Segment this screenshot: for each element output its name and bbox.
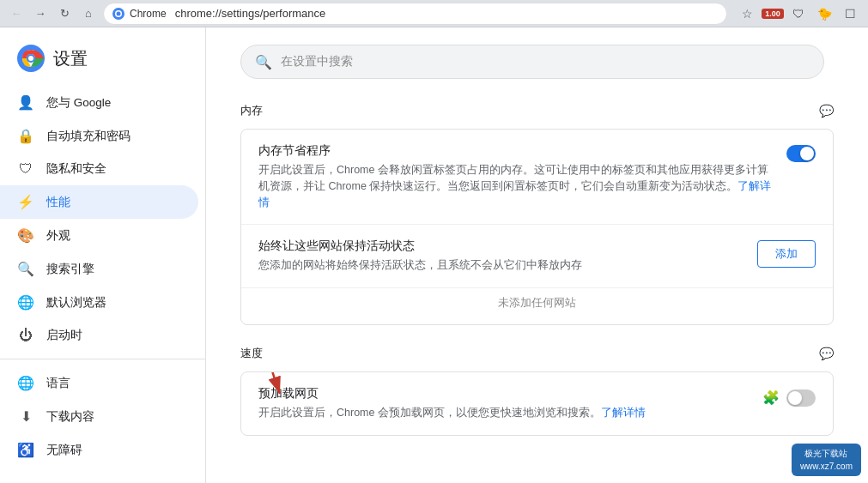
search-placeholder: 在设置中搜索: [281, 54, 353, 69]
back-button[interactable]: ←: [7, 4, 26, 23]
ext-badge: 1.00: [762, 9, 784, 19]
sidebar-item-performance[interactable]: ⚡ 性能: [0, 185, 198, 219]
preload-title: 预加载网页: [258, 386, 749, 401]
always-active-row: 始终让这些网站保持活动状态 您添加的网站将始终保持活跃状态，且系统不会从它们中释…: [241, 225, 833, 288]
always-active-title: 始终让这些网站保持活动状态: [258, 238, 744, 254]
browser-chrome: ← → ↻ ⌂ Chrome chrome://settings/perform…: [0, 0, 868, 27]
speed-info-icon[interactable]: 💬: [819, 347, 834, 360]
sidebar-label-privacy: 隐私和安全: [46, 161, 106, 177]
preload-toggle[interactable]: [786, 389, 816, 407]
search-icon: 🔍: [255, 54, 272, 70]
globe-icon: 🌐: [17, 294, 34, 311]
language-icon: 🌐: [17, 375, 34, 391]
speed-section-header: 速度 💬: [240, 346, 834, 361]
puzzle-icon[interactable]: 🧩: [762, 389, 780, 406]
memory-title: 内存: [240, 103, 263, 118]
sidebar-label-browser: 默认浏览器: [46, 295, 106, 311]
main-layout: 设置 👤 您与 Google 🔒 自动填充和密码 🛡 隐私和安全 ⚡ 性能 🎨 …: [0, 27, 868, 483]
sidebar-title: 设置: [53, 47, 88, 70]
chrome-logo: [17, 45, 45, 72]
watermark: 极光下载站 www.xz7.com: [792, 444, 861, 476]
sidebar-label-startup: 启动时: [46, 328, 82, 343]
toolbar-icons: ☆ 1.00 🛡 🐤 ☐: [736, 3, 861, 25]
svg-point-2: [117, 11, 121, 15]
svg-point-6: [28, 56, 33, 61]
sidebar-item-google[interactable]: 👤 您与 Google: [0, 86, 198, 119]
power-icon: ⏻: [17, 328, 34, 343]
shield-sidebar-icon: 🛡: [17, 161, 34, 177]
sidebar-label-google: 您与 Google: [46, 95, 111, 111]
sidebar-label-download: 下载内容: [46, 409, 94, 425]
person-icon: 👤: [17, 94, 34, 111]
watermark-line1: 极光下载站: [800, 447, 853, 460]
forward-button[interactable]: →: [31, 4, 50, 23]
memory-section-header: 内存 💬: [240, 103, 834, 118]
memory-info-icon[interactable]: 💬: [819, 104, 834, 118]
preload-content: 预加载网页 开启此设置后，Chrome 会预加载网页，以便您更快速地浏览和搜索。…: [258, 386, 749, 421]
window-button[interactable]: ☐: [839, 3, 861, 25]
shield-button[interactable]: 🛡: [787, 3, 810, 25]
address-bar[interactable]: Chrome chrome://settings/performance: [103, 3, 727, 25]
sidebar-label-appearance: 外观: [46, 228, 70, 244]
tab-label: Chrome: [130, 8, 167, 20]
memory-saver-link[interactable]: 了解详情: [258, 180, 771, 208]
sidebar-item-startup[interactable]: ⏻ 启动时: [0, 319, 198, 352]
memory-card: 内存节省程序 开启此设置后，Chrome 会释放闲置标签页占用的内存。这可让使用…: [240, 129, 834, 325]
memory-saver-content: 内存节省程序 开启此设置后，Chrome 会释放闲置标签页占用的内存。这可让使用…: [258, 143, 773, 210]
watermark-line2: www.xz7.com: [800, 460, 853, 473]
reload-button[interactable]: ↻: [55, 4, 74, 23]
memory-saver-desc: 开启此设置后，Chrome 会释放闲置标签页占用的内存。这可让使用中的标签页和其…: [258, 162, 773, 210]
search-sidebar-icon: 🔍: [17, 261, 34, 277]
sidebar-label-search: 搜索引擎: [46, 262, 94, 277]
accessibility-icon: ♿: [17, 442, 34, 458]
sidebar-item-privacy[interactable]: 🛡 隐私和安全: [0, 153, 198, 185]
empty-sites-message: 未添加任何网站: [241, 288, 833, 324]
performance-icon: ⚡: [17, 194, 34, 210]
sidebar-item-default-browser[interactable]: 🌐 默认浏览器: [0, 286, 198, 319]
address-text: chrome://settings/performance: [175, 7, 326, 20]
lock-icon: 🔒: [17, 128, 34, 144]
always-active-content: 始终让这些网站保持活动状态 您添加的网站将始终保持活跃状态，且系统不会从它们中释…: [258, 238, 744, 274]
sidebar-item-language[interactable]: 🌐 语言: [0, 366, 198, 400]
download-icon: ⬇: [17, 408, 34, 425]
duck-button[interactable]: 🐤: [813, 3, 835, 25]
memory-saver-toggle[interactable]: [786, 145, 816, 162]
preload-link[interactable]: 了解详情: [601, 407, 646, 419]
sidebar-label-accessibility: 无障碍: [46, 443, 82, 458]
content-area: 🔍 在设置中搜索 内存 💬 内存节省程序 开启此设置后，Chrome 会释放闲置…: [206, 27, 868, 483]
memory-saver-title: 内存节省程序: [258, 143, 773, 159]
sidebar-item-download[interactable]: ⬇ 下载内容: [0, 400, 198, 433]
search-bar[interactable]: 🔍 在设置中搜索: [240, 45, 824, 79]
sidebar-item-search[interactable]: 🔍 搜索引擎: [0, 252, 198, 286]
bookmark-button[interactable]: ☆: [736, 3, 758, 25]
ext-badge-button[interactable]: 1.00: [762, 3, 784, 25]
sidebar-label-autofill: 自动填充和密码: [46, 129, 131, 144]
home-button[interactable]: ⌂: [79, 4, 98, 23]
memory-saver-row: 内存节省程序 开启此设置后，Chrome 会释放闲置标签页占用的内存。这可让使用…: [241, 130, 833, 225]
sidebar-item-autofill[interactable]: 🔒 自动填充和密码: [0, 119, 198, 153]
sidebar-label-performance: 性能: [46, 195, 70, 210]
palette-icon: 🎨: [17, 227, 34, 244]
sidebar-item-appearance[interactable]: 🎨 外观: [0, 219, 198, 252]
sidebar-header: 设置: [0, 34, 205, 86]
speed-card: 预加载网页 开启此设置后，Chrome 会预加载网页，以便您更快速地浏览和搜索。…: [240, 371, 834, 436]
preload-desc: 开启此设置后，Chrome 会预加载网页，以便您更快速地浏览和搜索。了解详情: [258, 405, 749, 421]
always-active-desc: 您添加的网站将始终保持活跃状态，且系统不会从它们中释放内存: [258, 257, 744, 274]
chrome-tab-icon: [112, 8, 124, 20]
add-site-button[interactable]: 添加: [757, 240, 816, 268]
sidebar-item-accessibility[interactable]: ♿ 无障碍: [0, 433, 198, 467]
sidebar-label-language: 语言: [46, 376, 70, 391]
preload-row: 预加载网页 开启此设置后，Chrome 会预加载网页，以便您更快速地浏览和搜索。…: [241, 372, 833, 435]
sidebar: 设置 👤 您与 Google 🔒 自动填充和密码 🛡 隐私和安全 ⚡ 性能 🎨 …: [0, 27, 206, 483]
preload-controls: 🧩: [762, 388, 816, 407]
sidebar-divider: [0, 359, 205, 359]
speed-title: 速度: [240, 346, 263, 361]
